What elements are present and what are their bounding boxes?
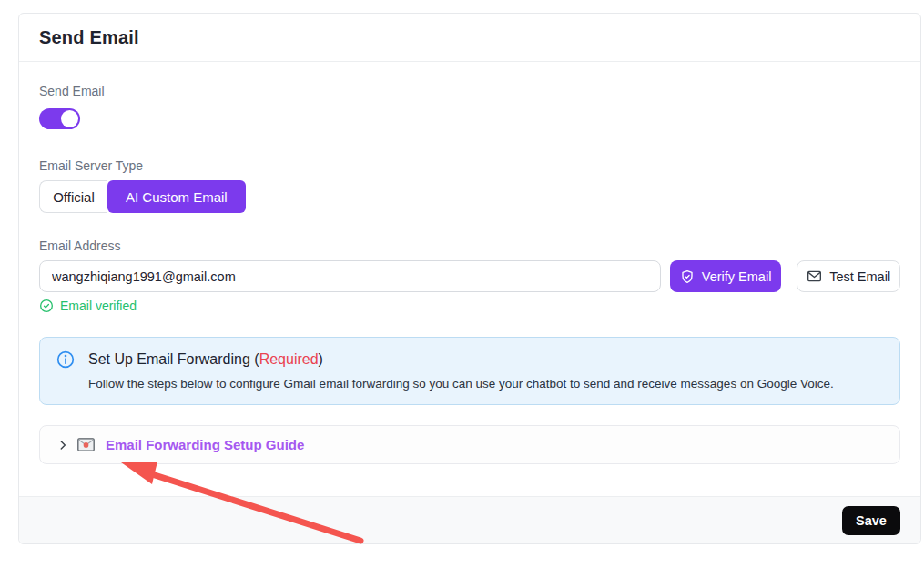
email-emoji-icon (77, 438, 95, 451)
info-box-description: Follow the steps below to configure Gmai… (88, 377, 883, 390)
test-email-label: Test Email (829, 269, 890, 284)
email-address-input[interactable] (39, 260, 661, 292)
server-type-option-official[interactable]: Official (39, 180, 107, 213)
page-title: Send Email (39, 27, 900, 48)
card-header: Send Email (19, 14, 920, 62)
verify-email-button[interactable]: Verify Email (670, 260, 782, 292)
status-badge: Email verified (60, 299, 137, 313)
server-type-option-ai-custom-email[interactable]: AI Custom Email (107, 180, 246, 213)
card-footer: Save (19, 496, 920, 543)
send-email-toggle[interactable] (39, 108, 80, 129)
email-address-label: Email Address (39, 238, 900, 253)
send-email-card: Send Email Send Email Email Server Type … (18, 13, 921, 544)
guide-accordion-label[interactable]: Email Forwarding Setup Guide (106, 437, 304, 452)
email-verified-status: Email verified (39, 299, 900, 313)
chevron-right-icon[interactable] (56, 439, 69, 451)
verify-email-label: Verify Email (702, 269, 772, 284)
send-email-settings-page: Send Email Send Email Email Server Type … (0, 0, 924, 568)
shield-check-icon (680, 269, 695, 284)
info-title-prefix: Set Up Email Forwarding ( (88, 351, 259, 367)
email-forwarding-setup-guide-accordion[interactable]: Email Forwarding Setup Guide (39, 425, 900, 464)
email-row: Verify Email Test Email (39, 260, 900, 292)
envelope-icon (807, 269, 822, 283)
card-body: Send Email Email Server Type Official AI… (19, 62, 920, 496)
email-forwarding-info-box: Set Up Email Forwarding (Required) Follo… (39, 337, 900, 405)
info-title-required: Required (259, 351, 319, 367)
info-box-header: Set Up Email Forwarding (Required) (56, 350, 883, 369)
info-box-title: Set Up Email Forwarding (Required) (88, 351, 323, 368)
info-title-suffix: ) (319, 351, 323, 367)
server-type-segmented-control: Official AI Custom Email (39, 180, 900, 213)
send-email-toggle-label: Send Email (39, 84, 900, 98)
info-circle-icon (56, 350, 75, 369)
save-button[interactable]: Save (842, 506, 900, 535)
server-type-label: Email Server Type (39, 158, 900, 173)
toggle-knob (61, 110, 78, 127)
check-circle-icon (39, 299, 54, 313)
test-email-button[interactable]: Test Email (797, 260, 900, 292)
